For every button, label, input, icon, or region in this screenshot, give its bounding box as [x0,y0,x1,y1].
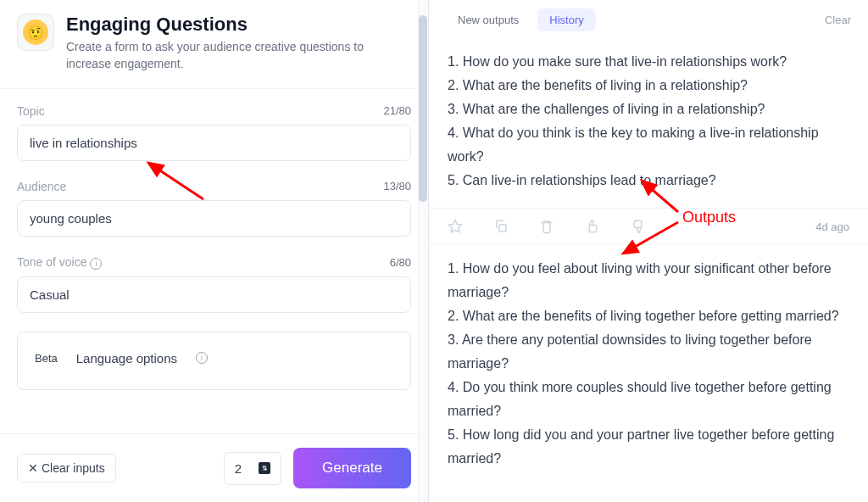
tone-label: Tone of voice i [17,255,102,270]
quantity-stepper[interactable]: 2 ⇅ [224,452,281,485]
star-icon[interactable] [448,219,463,234]
form-footer: ✕ Clear inputs 2 ⇅ Generate [0,433,428,502]
scrollbar-thumb[interactable] [419,15,427,202]
stepper-value: 2 [235,461,242,476]
delete-icon[interactable] [539,219,554,234]
output-block: 1. How do you feel about living with you… [429,245,868,486]
output-line: 2. What are the benefits of living in a … [448,74,849,98]
tone-input[interactable] [17,276,411,313]
clear-outputs-link[interactable]: Clear [825,14,851,26]
app-title: Engaging Questions [66,14,411,36]
thumbs-up-icon[interactable] [585,219,600,234]
output-line: 5. How long did you and your partner liv… [448,423,849,471]
clear-inputs-button[interactable]: ✕ Clear inputs [17,454,116,482]
app-subtitle: Create a form to ask your audience creat… [66,39,411,72]
audience-counter: 13/80 [383,180,411,192]
app-icon: 🤨 [17,14,54,51]
output-line: 5. Can live-in relationships lead to mar… [448,169,849,192]
svg-rect-1 [499,225,506,231]
generate-button[interactable]: Generate [293,448,411,488]
output-line: 1. How do you feel about living with you… [448,257,849,304]
info-icon[interactable]: i [196,352,208,364]
audience-label: Audience [17,180,66,193]
tab-history[interactable]: History [537,8,595,31]
thumbs-down-icon[interactable] [631,219,646,234]
topic-counter: 21/80 [383,104,411,117]
output-block: 1. How do you make sure that live-in rel… [429,38,868,208]
output-actions: 4d ago [429,208,868,245]
copy-icon[interactable] [493,219,509,234]
beta-badge: Beta [35,352,58,365]
output-line: 1. How do you make sure that live-in rel… [448,50,849,74]
app-header: 🤨 Engaging Questions Create a form to as… [0,0,428,89]
output-line: 3. What are the challenges of living in … [448,98,849,121]
output-line: 3. Are there any potential downsides to … [448,328,849,376]
stepper-handle-icon[interactable]: ⇅ [259,462,270,474]
scrollbar-vertical[interactable] [418,0,428,502]
topic-input[interactable] [17,125,411,161]
output-line: 4. Do you think more couples should live… [448,376,849,423]
topic-label: Topic [17,104,45,118]
svg-marker-0 [449,220,462,232]
close-icon: ✕ [28,461,38,475]
language-options-block[interactable]: Beta Language options i [17,332,411,390]
tab-new-outputs[interactable]: New outputs [446,8,531,31]
info-icon[interactable]: i [90,258,102,270]
tone-counter: 6/80 [390,256,411,269]
audience-input[interactable] [17,200,411,237]
output-line: 2. What are the benefits of living toget… [448,304,849,328]
output-line: 4. What do you think is the key to makin… [448,121,849,169]
language-options-label: Language options [76,351,177,365]
output-timestamp: 4d ago [815,220,849,233]
